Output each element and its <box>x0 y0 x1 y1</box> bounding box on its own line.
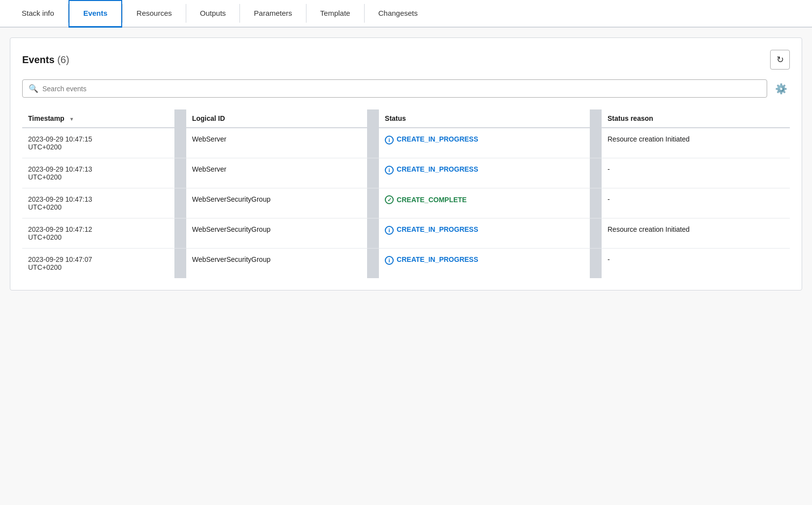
row-divider-1-0 <box>174 128 186 158</box>
status-complete-badge: ✓CREATE_COMPLETE <box>385 195 584 204</box>
table-row: 2023-09-29 10:47:07 UTC+0200WebServerSec… <box>22 249 790 279</box>
status-in-progress-badge: iCREATE_IN_PROGRESS <box>385 165 584 175</box>
events-title: Events (6) <box>22 54 69 66</box>
cell-logical-id-3: WebServerSecurityGroup <box>186 218 367 249</box>
cell-timestamp-1: 2023-09-29 10:47:13 UTC+0200 <box>22 158 174 188</box>
cell-timestamp-4: 2023-09-29 10:47:07 UTC+0200 <box>22 249 174 279</box>
row-divider-2-4 <box>367 249 379 279</box>
cell-status-2: ✓CREATE_COMPLETE <box>379 188 590 218</box>
tab-stack-info[interactable]: Stack info <box>8 0 68 28</box>
sort-icon: ▼ <box>69 116 74 122</box>
col-header-status: Status <box>379 109 590 128</box>
cell-logical-id-2: WebServerSecurityGroup <box>186 188 367 218</box>
row-divider-2-0 <box>367 128 379 158</box>
table-row: 2023-09-29 10:47:12 UTC+0200WebServerSec… <box>22 218 790 249</box>
cell-timestamp-0: 2023-09-29 10:47:15 UTC+0200 <box>22 128 174 158</box>
cell-status-4: iCREATE_IN_PROGRESS <box>379 249 590 279</box>
info-icon: i <box>385 226 394 235</box>
table-row: 2023-09-29 10:47:15 UTC+0200WebServeriCR… <box>22 128 790 158</box>
gear-icon: ⚙️ <box>775 83 787 95</box>
info-icon: i <box>385 256 394 265</box>
cell-logical-id-4: WebServerSecurityGroup <box>186 249 367 279</box>
status-text: CREATE_IN_PROGRESS <box>397 225 478 233</box>
col-header-timestamp[interactable]: Timestamp ▼ <box>22 109 174 128</box>
status-text: CREATE_IN_PROGRESS <box>397 135 478 143</box>
row-divider-1-4 <box>174 249 186 279</box>
cell-timestamp-3: 2023-09-29 10:47:12 UTC+0200 <box>22 218 174 249</box>
cell-status-reason-4: - <box>602 249 790 279</box>
status-text: CREATE_IN_PROGRESS <box>397 165 478 173</box>
status-text: CREATE_COMPLETE <box>397 196 467 204</box>
events-title-text: Events <box>22 54 55 65</box>
settings-button[interactable]: ⚙️ <box>772 80 790 98</box>
cell-logical-id-1: WebServer <box>186 158 367 188</box>
table-row: 2023-09-29 10:47:13 UTC+0200WebServerSec… <box>22 188 790 218</box>
status-in-progress-badge: iCREATE_IN_PROGRESS <box>385 255 584 265</box>
cell-status-0: iCREATE_IN_PROGRESS <box>379 128 590 158</box>
events-table: Timestamp ▼ Logical ID Status Status rea… <box>22 109 790 278</box>
refresh-icon: ↻ <box>777 54 784 65</box>
cell-status-3: iCREATE_IN_PROGRESS <box>379 218 590 249</box>
search-input[interactable] <box>42 85 761 93</box>
table-row: 2023-09-29 10:47:13 UTC+0200WebServeriCR… <box>22 158 790 188</box>
row-divider-3-3 <box>590 218 602 249</box>
cell-status-reason-3: Resource creation Initiated <box>602 218 790 249</box>
tab-resources[interactable]: Resources <box>123 0 186 28</box>
row-divider-3-0 <box>590 128 602 158</box>
cell-status-reason-2: - <box>602 188 790 218</box>
status-in-progress-badge: iCREATE_IN_PROGRESS <box>385 225 584 235</box>
status-in-progress-badge: iCREATE_IN_PROGRESS <box>385 135 584 144</box>
tab-outputs[interactable]: Outputs <box>186 0 240 28</box>
col-divider-1 <box>174 109 186 128</box>
table-header-row: Timestamp ▼ Logical ID Status Status rea… <box>22 109 790 128</box>
status-text: CREATE_IN_PROGRESS <box>397 255 478 263</box>
cell-status-reason-0: Resource creation Initiated <box>602 128 790 158</box>
row-divider-1-2 <box>174 188 186 218</box>
row-divider-1-1 <box>174 158 186 188</box>
cell-logical-id-0: WebServer <box>186 128 367 158</box>
search-icon: 🔍 <box>29 84 38 93</box>
row-divider-3-4 <box>590 249 602 279</box>
search-row: 🔍 ⚙️ <box>22 79 790 98</box>
col-divider-2 <box>367 109 379 128</box>
tab-template[interactable]: Template <box>306 0 364 28</box>
check-icon: ✓ <box>385 195 394 204</box>
cell-timestamp-2: 2023-09-29 10:47:13 UTC+0200 <box>22 188 174 218</box>
row-divider-3-2 <box>590 188 602 218</box>
cell-status-1: iCREATE_IN_PROGRESS <box>379 158 590 188</box>
row-divider-2-2 <box>367 188 379 218</box>
col-header-logical-id: Logical ID <box>186 109 367 128</box>
info-icon: i <box>385 166 394 175</box>
cell-status-reason-1: - <box>602 158 790 188</box>
tab-events[interactable]: Events <box>68 0 122 28</box>
info-icon: i <box>385 136 394 144</box>
row-divider-1-3 <box>174 218 186 249</box>
search-wrapper: 🔍 <box>22 79 767 98</box>
tab-changesets[interactable]: Changesets <box>365 0 432 28</box>
col-header-status-reason: Status reason <box>602 109 790 128</box>
events-header: Events (6) ↻ <box>22 50 790 70</box>
tab-parameters[interactable]: Parameters <box>240 0 306 28</box>
row-divider-2-3 <box>367 218 379 249</box>
refresh-button[interactable]: ↻ <box>770 50 790 70</box>
events-count: (6) <box>57 54 69 65</box>
content-area: Events (6) ↻ 🔍 ⚙️ Timestamp ▼ Logic <box>10 37 802 290</box>
row-divider-3-1 <box>590 158 602 188</box>
row-divider-2-1 <box>367 158 379 188</box>
tab-bar: Stack infoEventsResourcesOutputsParamete… <box>0 0 812 28</box>
col-divider-3 <box>590 109 602 128</box>
